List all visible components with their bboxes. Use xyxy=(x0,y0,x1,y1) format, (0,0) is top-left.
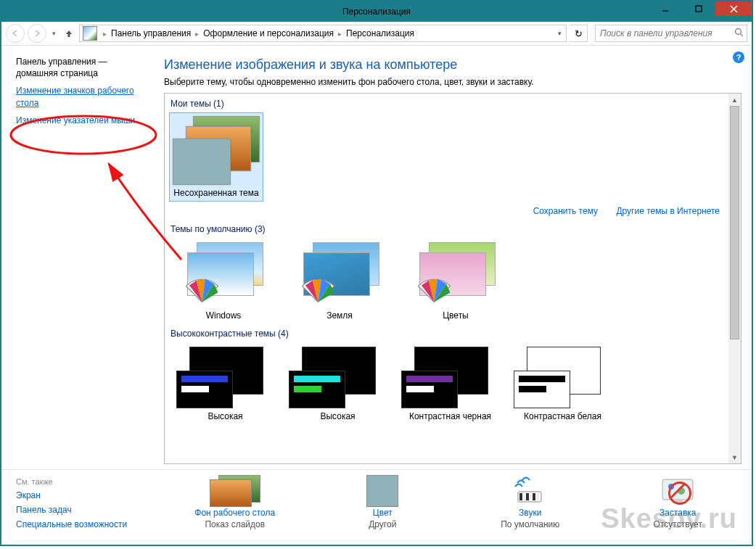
chevron-right-icon: ▸ xyxy=(191,30,203,38)
theme-item-hc-white[interactable]: Контрастная белая xyxy=(514,347,612,421)
theme-caption: Высокая xyxy=(176,408,274,421)
page-subtitle: Выберите тему, чтобы одновременно измени… xyxy=(164,77,741,87)
theme-item-hc-black[interactable]: Контрастная черная xyxy=(401,347,499,421)
close-button[interactable] xyxy=(715,1,752,16)
history-dropdown[interactable]: ▾ xyxy=(49,30,59,37)
theme-item-unsaved[interactable]: Несохраненная тема xyxy=(169,112,263,202)
svg-rect-11 xyxy=(533,493,535,500)
chevron-right-icon: ▸ xyxy=(334,30,346,38)
theme-item-hc1[interactable]: Высокая xyxy=(176,347,274,421)
svg-rect-7 xyxy=(519,493,522,500)
see-also-panel: См. также Экран Панель задач Специальные… xyxy=(1,470,161,545)
sidebar-change-mouse-pointers-link[interactable]: Изменение указателей мыши xyxy=(16,115,154,126)
theme-thumbnail xyxy=(514,347,601,408)
option-label: Цвет xyxy=(324,508,440,518)
watermark: Skesov.ru xyxy=(601,503,737,534)
color-fan-icon xyxy=(414,266,454,306)
themes-scroll-area: Мои темы (1) Несохраненная тема Сохранит… xyxy=(164,93,741,464)
theme-thumbnail xyxy=(173,116,260,185)
section-high-contrast: Высококонтрастные темы (4) xyxy=(169,326,723,342)
breadcrumb-category[interactable]: Оформление и персонализация xyxy=(203,28,334,38)
theme-thumbnail xyxy=(401,347,488,408)
sidebar-change-desktop-icons-link[interactable]: Изменение значков рабочего стола xyxy=(16,85,154,108)
minimize-button[interactable] xyxy=(649,1,682,16)
vertical-scrollbar[interactable]: ▲ ▼ xyxy=(728,94,741,463)
scroll-thumb[interactable] xyxy=(730,106,739,339)
personalization-window: Персонализация ▾ ▸ xyxy=(0,0,753,546)
chevron-right-icon: ▸ xyxy=(99,30,111,38)
svg-point-16 xyxy=(678,487,685,495)
minimize-icon xyxy=(662,5,669,12)
maximize-button[interactable] xyxy=(682,1,715,16)
option-label: Звуки xyxy=(472,508,588,518)
control-panel-icon xyxy=(83,26,97,41)
color-fan-icon xyxy=(298,266,338,306)
titlebar: Персонализация xyxy=(1,1,752,22)
search-box[interactable] xyxy=(595,25,747,42)
forward-arrow-icon xyxy=(33,29,41,38)
link-taskbar[interactable]: Панель задач xyxy=(16,505,154,515)
svg-rect-9 xyxy=(526,493,529,500)
scroll-up-icon[interactable]: ▲ xyxy=(728,94,741,106)
theme-item-flowers[interactable]: Цветы xyxy=(408,242,503,321)
svg-rect-13 xyxy=(662,479,693,500)
option-value: Показ слайдов xyxy=(177,519,293,529)
theme-item-earth[interactable]: Земля xyxy=(292,242,387,321)
address-dropdown[interactable]: ▾ xyxy=(553,30,566,37)
nav-up-button[interactable] xyxy=(62,28,76,38)
theme-caption: Контрастная белая xyxy=(514,408,612,421)
theme-thumbnail xyxy=(292,242,379,307)
svg-line-5 xyxy=(741,34,744,37)
theme-caption: Windows xyxy=(176,307,271,321)
breadcrumb-root[interactable]: Панель управления xyxy=(111,28,191,38)
theme-item-windows[interactable]: Windows xyxy=(176,242,271,321)
body: Панель управления — домашняя страница Из… xyxy=(1,46,752,545)
screensaver-icon xyxy=(620,476,736,506)
maximize-icon xyxy=(695,5,702,12)
option-desktop-background[interactable]: Фон рабочего стола Показ слайдов xyxy=(177,476,293,529)
theme-caption: Несохраненная тема xyxy=(173,185,260,198)
scroll-track[interactable] xyxy=(728,339,741,451)
window-title: Персонализация xyxy=(1,7,752,17)
close-icon xyxy=(730,5,738,13)
svg-rect-10 xyxy=(530,493,532,500)
up-arrow-icon xyxy=(64,28,74,38)
theme-item-hc2[interactable]: Высокая xyxy=(289,347,387,421)
back-arrow-icon xyxy=(11,29,20,38)
breadcrumb-leaf[interactable]: Персонализация xyxy=(346,28,414,38)
svg-rect-12 xyxy=(536,493,539,500)
svg-point-15 xyxy=(668,484,674,490)
link-ease-of-access[interactable]: Специальные возможности xyxy=(16,519,154,529)
nav-forward-button[interactable] xyxy=(28,24,46,43)
svg-point-4 xyxy=(736,29,741,35)
theme-caption: Цветы xyxy=(408,307,503,321)
option-color[interactable]: Цвет Другой xyxy=(324,476,440,529)
section-my-themes: Мои темы (1) xyxy=(169,96,723,112)
theme-caption: Высокая xyxy=(289,408,387,421)
link-display[interactable]: Экран xyxy=(16,490,154,500)
scroll-down-icon[interactable]: ▼ xyxy=(728,451,741,463)
refresh-button[interactable]: ↻ xyxy=(570,25,588,42)
search-input[interactable] xyxy=(599,28,734,39)
option-sounds[interactable]: Звуки По умолчанию xyxy=(472,476,588,529)
option-label: Фон рабочего стола xyxy=(177,508,293,518)
toolbar: ▾ ▸ Панель управления ▸ Оформление и пер… xyxy=(1,22,752,46)
more-themes-link[interactable]: Другие темы в Интернете xyxy=(616,206,720,216)
svg-rect-8 xyxy=(523,493,525,500)
window-controls xyxy=(649,1,752,16)
refresh-icon: ↻ xyxy=(575,28,583,39)
save-theme-link[interactable]: Сохранить тему xyxy=(533,206,598,216)
nav-back-button[interactable] xyxy=(6,24,25,43)
option-value: Другой xyxy=(324,519,440,529)
sounds-icon xyxy=(472,476,588,506)
help-icon[interactable]: ? xyxy=(733,51,744,63)
address-bar[interactable]: ▸ Панель управления ▸ Оформление и персо… xyxy=(79,25,567,42)
page-title: Изменение изображения и звука на компьют… xyxy=(164,57,741,73)
theme-thumbnail xyxy=(289,347,376,408)
theme-thumbnail xyxy=(408,242,496,307)
section-default-themes: Темы по умолчанию (3) xyxy=(169,222,723,238)
sidebar-home-link[interactable]: Панель управления — домашняя страница xyxy=(16,56,154,79)
theme-thumbnail xyxy=(176,347,263,408)
color-swatch-icon xyxy=(366,475,398,507)
theme-caption: Земля xyxy=(292,307,387,321)
